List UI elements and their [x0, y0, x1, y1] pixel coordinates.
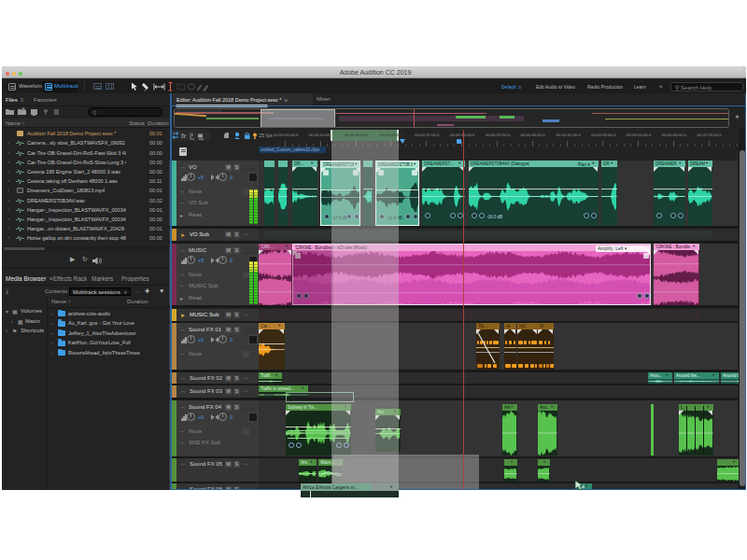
svg-text:fx: fx	[181, 133, 187, 139]
